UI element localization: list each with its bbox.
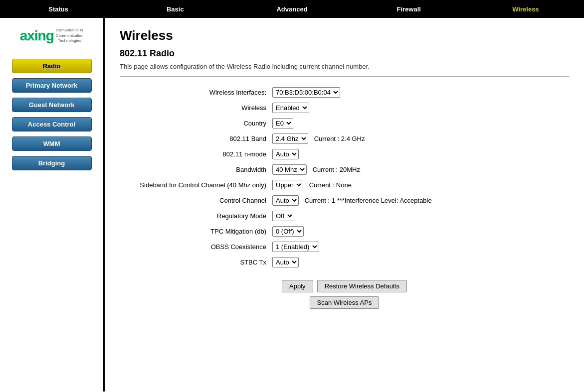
control-sideband: Upper Current : None	[269, 177, 569, 193]
control-obss: 1 (Enabled)	[269, 239, 569, 255]
control-country: E0	[269, 116, 569, 131]
row-country: Country E0	[120, 116, 569, 131]
bandwidth-current: Current : 20MHz	[313, 166, 360, 173]
select-sideband[interactable]: Upper	[272, 180, 303, 190]
row-wireless-interfaces: Wireless Interfaces: 70:B3:D5:00:B0:04	[120, 85, 569, 100]
row-wireless: Wireless Enabled	[120, 100, 569, 116]
control-band: 2.4 Ghz Current : 2.4 GHz	[269, 131, 569, 146]
nav-basic[interactable]: Basic	[117, 1, 233, 17]
label-wireless: Wireless	[120, 100, 269, 116]
main-layout: axing Competence in Communication Techno…	[0, 18, 584, 392]
label-wireless-interfaces: Wireless Interfaces:	[120, 85, 269, 100]
nav-advanced[interactable]: Advanced	[233, 1, 350, 17]
control-tpc: 0 (Off)	[269, 224, 569, 239]
control-stbc: Auto	[269, 255, 569, 270]
label-stbc: STBC Tx	[120, 255, 269, 270]
label-regulatory: Regulatory Mode	[120, 208, 269, 224]
channel-current: Current : 1 ***Interference Level: Accep…	[305, 197, 432, 204]
row-obss: OBSS Coexistence 1 (Enabled)	[120, 239, 569, 255]
logo-brand: axing	[20, 28, 54, 44]
sidebar: axing Competence in Communication Techno…	[0, 18, 105, 392]
label-channel: Control Channel	[120, 193, 269, 208]
select-country[interactable]: E0	[272, 118, 293, 129]
select-wireless[interactable]: Enabled	[272, 103, 309, 113]
restore-defaults-button[interactable]: Restore Wireless Defaults	[317, 280, 407, 292]
label-nmode: 802.11 n-mode	[120, 146, 269, 162]
logo-tagline: Competence in Communication Technologies	[56, 28, 84, 43]
sidebar-item-radio[interactable]: Radio	[12, 59, 92, 73]
select-channel[interactable]: Auto	[272, 195, 299, 206]
row-nmode: 802.11 n-mode Auto	[120, 146, 569, 162]
sideband-current: Current : None	[309, 181, 352, 189]
control-channel: Auto Current : 1 ***Interference Level: …	[269, 193, 569, 208]
apply-button[interactable]: Apply	[282, 280, 313, 292]
label-sideband: Sideband for Control Channel (40 Mhz onl…	[120, 177, 269, 193]
select-wireless-interfaces[interactable]: 70:B3:D5:00:B0:04	[272, 87, 340, 98]
row-stbc: STBC Tx Auto	[120, 255, 569, 270]
main-content: Wireless 802.11 Radio This page allows c…	[105, 18, 584, 392]
row-sideband: Sideband for Control Channel (40 Mhz onl…	[120, 177, 569, 193]
sidebar-item-guest-network[interactable]: Guest Network	[12, 98, 92, 112]
select-bandwidth[interactable]: 40 Mhz	[272, 164, 307, 175]
band-current: Current : 2.4 GHz	[314, 135, 365, 142]
row-tpc: TPC Mitigation (db) 0 (Off)	[120, 224, 569, 239]
sidebar-item-access-control[interactable]: Access Control	[12, 117, 92, 131]
select-obss[interactable]: 1 (Enabled)	[272, 242, 319, 252]
control-nmode: Auto	[269, 146, 569, 162]
settings-form: Wireless Interfaces: 70:B3:D5:00:B0:04 W…	[120, 85, 569, 270]
buttons-section: Apply Restore Wireless Defaults Scan Wir…	[120, 280, 569, 309]
row-bandwidth: Bandwidth 40 Mhz Current : 20MHz	[120, 162, 569, 177]
scan-aps-button[interactable]: Scan Wireless APs	[310, 296, 380, 309]
section-description: This page allows configuration of the Wi…	[120, 63, 569, 70]
page-title: Wireless	[120, 28, 569, 43]
nav-status[interactable]: Status	[0, 1, 117, 17]
label-obss: OBSS Coexistence	[120, 239, 269, 255]
top-navigation: Status Basic Advanced Firewall Wireless	[0, 0, 584, 18]
select-nmode[interactable]: Auto	[272, 149, 299, 159]
control-bandwidth: 40 Mhz Current : 20MHz	[269, 162, 569, 177]
row-band: 802.11 Band 2.4 Ghz Current : 2.4 GHz	[120, 131, 569, 146]
control-wireless: Enabled	[269, 100, 569, 116]
secondary-buttons: Scan Wireless APs	[310, 296, 380, 309]
label-country: Country	[120, 116, 269, 131]
label-band: 802.11 Band	[120, 131, 269, 146]
label-bandwidth: Bandwidth	[120, 162, 269, 177]
label-tpc: TPC Mitigation (db)	[120, 224, 269, 239]
sidebar-item-wmm[interactable]: WMM	[12, 136, 92, 151]
control-regulatory: Off	[269, 208, 569, 224]
logo: axing Competence in Communication Techno…	[20, 28, 84, 44]
nav-firewall[interactable]: Firewall	[351, 1, 467, 17]
select-stbc[interactable]: Auto	[272, 257, 299, 267]
primary-buttons: Apply Restore Wireless Defaults	[282, 280, 407, 292]
row-regulatory: Regulatory Mode Off	[120, 208, 569, 224]
select-regulatory[interactable]: Off	[272, 211, 294, 221]
control-wireless-interfaces: 70:B3:D5:00:B0:04	[269, 85, 569, 100]
select-band[interactable]: 2.4 Ghz	[272, 133, 308, 144]
nav-wireless[interactable]: Wireless	[467, 1, 584, 17]
divider	[120, 76, 569, 77]
section-title: 802.11 Radio	[120, 48, 569, 59]
sidebar-item-primary-network[interactable]: Primary Network	[12, 78, 92, 93]
row-channel: Control Channel Auto Current : 1 ***Inte…	[120, 193, 569, 208]
sidebar-item-bridging[interactable]: Bridging	[12, 156, 92, 170]
select-tpc[interactable]: 0 (Off)	[272, 226, 304, 237]
